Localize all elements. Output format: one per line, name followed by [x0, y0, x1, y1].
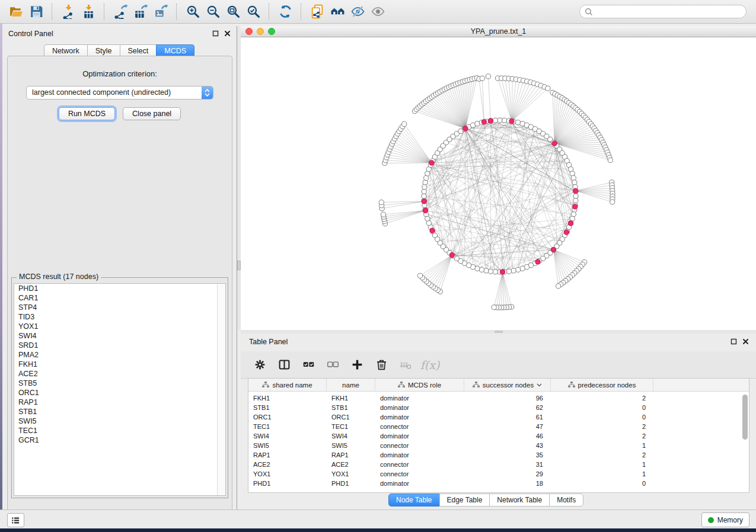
- close-window-icon[interactable]: [245, 28, 253, 35]
- toggle-column-panel-button[interactable]: [277, 358, 291, 372]
- zoom-selected-button[interactable]: [244, 3, 262, 21]
- import-network-button[interactable]: [59, 3, 77, 21]
- column-header-predecessor-nodes[interactable]: predecessor nodes: [551, 379, 653, 391]
- mcds-node[interactable]: [500, 270, 505, 274]
- mcds-node[interactable]: [488, 118, 493, 123]
- run-mcds-button[interactable]: Run MCDS: [59, 107, 115, 120]
- network-node[interactable]: [556, 284, 561, 289]
- table-row[interactable]: ACE2ACE2connector311: [248, 460, 749, 469]
- network-node[interactable]: [422, 189, 426, 194]
- first-neighbors-button[interactable]: [328, 3, 346, 21]
- network-node[interactable]: [610, 200, 615, 204]
- mcds-node[interactable]: [430, 228, 435, 233]
- network-node[interactable]: [484, 268, 489, 273]
- network-node[interactable]: [493, 270, 497, 274]
- mcds-result-item[interactable]: CAR1: [14, 293, 225, 303]
- zoom-in-button[interactable]: [184, 3, 202, 21]
- task-history-button[interactable]: [7, 513, 24, 527]
- network-node[interactable]: [497, 118, 502, 123]
- network-node[interactable]: [489, 269, 493, 274]
- table-row[interactable]: TEC1TEC1connector472: [248, 422, 749, 431]
- network-node[interactable]: [572, 180, 577, 185]
- search-input[interactable]: [596, 7, 746, 17]
- mcds-result-item[interactable]: SWI4: [14, 331, 225, 341]
- network-canvas[interactable]: [241, 37, 756, 330]
- export-network-button[interactable]: [111, 3, 129, 21]
- zoom-fit-button[interactable]: [224, 3, 242, 21]
- close-panel-button[interactable]: Close panel: [123, 107, 181, 120]
- mcds-node[interactable]: [552, 141, 557, 146]
- network-node[interactable]: [506, 269, 511, 274]
- mcds-node[interactable]: [449, 252, 454, 257]
- hide-selected-button[interactable]: [349, 3, 366, 21]
- network-node[interactable]: [486, 74, 490, 79]
- optimization-dropdown[interactable]: largest connected component (undirected): [26, 86, 213, 100]
- table-row[interactable]: ORC1ORC1dominator610: [248, 412, 749, 422]
- table-row[interactable]: RAP1RAP1dominator352: [248, 450, 749, 460]
- close-panel-icon[interactable]: [224, 30, 231, 37]
- open-session-button[interactable]: [7, 3, 25, 21]
- tab-edge-table[interactable]: Edge Table: [439, 493, 490, 507]
- table-row[interactable]: STB1STB1dominator620: [248, 403, 749, 412]
- mcds-node[interactable]: [568, 221, 573, 226]
- select-all-button[interactable]: [301, 358, 315, 372]
- network-node[interactable]: [479, 267, 484, 272]
- table-scrollbar[interactable]: [742, 393, 748, 491]
- search-box[interactable]: [579, 5, 747, 18]
- mcds-node[interactable]: [551, 247, 556, 252]
- mcds-result-item[interactable]: TID3: [14, 312, 225, 322]
- mcds-node[interactable]: [573, 188, 578, 193]
- mcds-result-item[interactable]: PHD1: [14, 284, 225, 293]
- network-node[interactable]: [425, 216, 430, 221]
- memory-button[interactable]: Memory: [701, 512, 749, 527]
- network-node[interactable]: [502, 118, 507, 123]
- deselect-all-button[interactable]: [326, 358, 340, 372]
- add-column-button[interactable]: [350, 358, 364, 372]
- new-network-from-selection-button[interactable]: [308, 3, 326, 21]
- network-node[interactable]: [571, 212, 576, 217]
- minimize-window-icon[interactable]: [257, 28, 264, 35]
- network-node[interactable]: [422, 194, 426, 198]
- float-panel-icon[interactable]: [731, 338, 737, 345]
- column-header-name[interactable]: name: [327, 379, 375, 391]
- mcds-node[interactable]: [564, 230, 569, 235]
- delete-columns-button[interactable]: [374, 358, 388, 372]
- export-table-button[interactable]: [132, 3, 149, 21]
- mcds-node[interactable]: [509, 119, 514, 124]
- mcds-node[interactable]: [429, 161, 434, 165]
- network-node[interactable]: [379, 200, 384, 204]
- network-node[interactable]: [573, 194, 578, 198]
- mcds-result-item[interactable]: SRD1: [14, 341, 225, 350]
- column-header-shared-name[interactable]: shared name: [248, 379, 327, 391]
- mcds-result-item[interactable]: STB5: [14, 379, 225, 388]
- network-node[interactable]: [424, 175, 429, 180]
- mcds-result-item[interactable]: PMA2: [14, 350, 225, 360]
- mcds-result-item[interactable]: TEC1: [14, 426, 225, 435]
- column-header-successor-nodes[interactable]: successor nodes: [464, 379, 551, 391]
- maximize-window-icon[interactable]: [268, 28, 275, 35]
- mcds-node[interactable]: [463, 126, 468, 131]
- network-node[interactable]: [608, 158, 613, 162]
- apply-layout-button[interactable]: [276, 3, 294, 21]
- import-table-button[interactable]: [79, 3, 97, 21]
- tab-network-table[interactable]: Network Table: [489, 493, 550, 507]
- network-node[interactable]: [516, 267, 521, 272]
- network-node[interactable]: [422, 185, 427, 190]
- mcds-result-item[interactable]: FKH1: [14, 360, 225, 369]
- save-session-button[interactable]: [27, 3, 45, 21]
- table-row[interactable]: FKH1FKH1dominator962: [248, 393, 749, 403]
- splitter-handle[interactable]: [495, 331, 503, 333]
- network-node[interactable]: [381, 212, 385, 217]
- tab-node-table[interactable]: Node Table: [388, 493, 440, 507]
- mcds-result-item[interactable]: GCR1: [14, 435, 225, 445]
- network-node[interactable]: [546, 86, 550, 91]
- close-panel-icon[interactable]: [742, 338, 749, 345]
- table-row[interactable]: SWI5SWI5connector431: [248, 441, 749, 450]
- mcds-result-item[interactable]: ACE2: [14, 369, 225, 379]
- mcds-result-item[interactable]: STP4: [14, 303, 225, 312]
- network-node[interactable]: [520, 266, 525, 271]
- network-node[interactable]: [475, 121, 480, 126]
- network-node[interactable]: [516, 120, 521, 125]
- float-panel-icon[interactable]: [212, 30, 219, 37]
- mcds-list-scrollbar[interactable]: [217, 284, 225, 495]
